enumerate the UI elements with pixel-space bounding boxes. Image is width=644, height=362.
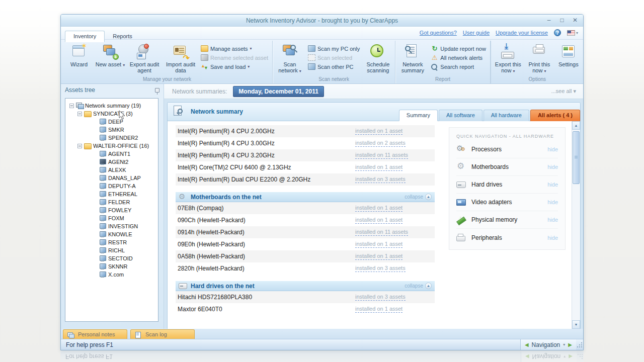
hardware-row: 0A58h (Hewlett-Packard) installed on 1 a… [176, 250, 435, 262]
tree-item[interactable]: SPENDER2 [66, 134, 157, 142]
tree-item[interactable]: AGENt2 [66, 158, 157, 166]
tree-item[interactable]: X.com [66, 270, 157, 279]
installed-on-link[interactable]: installed on 3 assets [355, 265, 406, 272]
summary-date-badge[interactable]: Monday, December 01, 2011 [233, 86, 324, 97]
tree-item[interactable]: SECTOID [66, 254, 157, 262]
tree-item[interactable]: ALEXK [66, 166, 157, 174]
export-audit-agent-button[interactable]: Export audit agent [126, 42, 163, 75]
installed-on-link[interactable]: installed on 1 asset [355, 217, 403, 224]
quick-nav-link[interactable]: Physical memory [471, 216, 517, 223]
tree-item[interactable]: SKNNR [66, 262, 157, 270]
hide-link[interactable]: hide [547, 199, 558, 205]
bottom-tab[interactable]: Personal notes [63, 329, 127, 339]
installed-on-link[interactable]: installed on 11 assets [355, 152, 408, 159]
tree-expander-icon[interactable] [77, 112, 82, 116]
wizard-button[interactable]: ✶ Wizard [64, 42, 94, 75]
tree-item[interactable]: FELDER [66, 198, 157, 206]
import-audit-data-button[interactable]: ↷ Import audit data [164, 42, 198, 75]
vertical-scrollbar[interactable]: ▲ ▼ [572, 121, 580, 329]
collapse-icon[interactable]: ▲ [425, 194, 432, 200]
hide-link[interactable]: hide [547, 235, 558, 241]
installed-on-link[interactable]: installed on 1 asset [355, 306, 403, 313]
quick-nav-link[interactable]: Peripherals [471, 234, 502, 241]
tree-expander-icon[interactable] [77, 144, 82, 148]
installed-on-link[interactable]: installed on 11 assets [355, 229, 408, 236]
tree-item[interactable]: SMKR [66, 126, 157, 134]
tree-item[interactable]: ETHEREAL [66, 190, 157, 198]
nav-back-icon[interactable]: ◀ [525, 342, 529, 347]
scrollbar-thumb[interactable] [573, 131, 580, 184]
installed-on-link[interactable]: installed on 3 assets [355, 176, 406, 183]
installed-on-link[interactable]: installed on 2 assets [355, 140, 406, 147]
hide-link[interactable]: hide [547, 164, 558, 170]
nav-caret-icon[interactable]: ▾ [563, 342, 565, 347]
network-summary-button[interactable]: Network summary [397, 42, 428, 75]
installed-on-link[interactable]: installed on 1 asset [355, 205, 403, 212]
all-network-alerts-button[interactable]: ⚠ All network alerts [429, 54, 488, 61]
report-tab[interactable]: All hardware [484, 110, 529, 121]
close-button[interactable]: ✕ [571, 16, 579, 24]
collapse-motherboards-link[interactable]: collapse ▲ [405, 194, 432, 200]
report-tab[interactable]: All software [439, 110, 482, 121]
settings-button[interactable]: Settings [555, 42, 582, 75]
minimize-button[interactable]: – [545, 16, 553, 24]
nav-forward-icon[interactable]: ▶ [568, 342, 572, 347]
tree-item[interactable]: DANAS_LAP [66, 174, 157, 182]
tree-expander-icon[interactable] [69, 104, 74, 108]
report-tab[interactable]: Summary [399, 110, 438, 121]
tree-item[interactable]: WALTER-OFFICE (16) [66, 142, 157, 150]
collapse-hard-drives-link[interactable]: collapse ▲ [405, 283, 432, 289]
quick-nav-link[interactable]: Hard drives [471, 181, 502, 188]
hide-link[interactable]: hide [547, 182, 558, 188]
hide-link[interactable]: hide [547, 146, 558, 152]
bottom-tab[interactable]: Scan log [130, 329, 195, 339]
scroll-up-icon[interactable]: ▲ [572, 121, 580, 130]
ribbon-tab[interactable]: Reports [105, 31, 140, 42]
export-this-now-button[interactable]: ⤓ Export this now ▾ [493, 42, 523, 75]
header-link[interactable]: Upgrade your license [496, 30, 548, 36]
schedule-scanning-button[interactable]: Schedule scanning [363, 42, 393, 75]
tree-item[interactable]: FOWLEY [66, 206, 157, 214]
language-flag-icon[interactable] [567, 30, 575, 36]
header-link[interactable]: Got questions? [420, 30, 457, 36]
scroll-down-icon[interactable]: ▼ [572, 320, 580, 329]
tree-item[interactable]: INVESTIGN [66, 222, 157, 230]
tree-item[interactable]: RICHL [66, 246, 157, 254]
help-icon[interactable]: ? [554, 29, 561, 36]
scan-my-pc-button[interactable]: Scan my PC only [306, 45, 362, 52]
manage-assets-button[interactable]: Manage assets▾ [199, 45, 270, 52]
print-this-now-button[interactable]: Print this now ▾ [524, 42, 554, 75]
quick-nav-link[interactable]: Processors [471, 146, 502, 153]
tree-item[interactable]: SYNDICATE (3) [66, 110, 157, 118]
save-and-load-button[interactable]: Save and load▾ [199, 63, 270, 70]
resize-grip[interactable] [576, 339, 583, 350]
quick-nav-link[interactable]: Motherboards [471, 163, 509, 170]
pin-icon[interactable] [155, 88, 159, 93]
ribbon-tab[interactable]: Inventory [65, 31, 105, 42]
tree-item[interactable]: DEEP [66, 118, 157, 126]
tree-item[interactable]: RESTR [66, 238, 157, 246]
tree-item[interactable]: Network summary (19) [66, 102, 157, 110]
installed-on-link[interactable]: installed on 1 asset [355, 253, 403, 260]
tree-item[interactable]: DEPUTY-A [66, 182, 157, 190]
update-report-now-button[interactable]: ↻ Update report now [429, 45, 488, 52]
scan-other-pc-button[interactable]: Scan other PC [306, 63, 362, 70]
quick-nav-link[interactable]: Video adapters [471, 199, 512, 206]
installed-on-link[interactable]: installed on 1 asset [355, 164, 403, 171]
hide-link[interactable]: hide [547, 217, 558, 223]
installed-on-link[interactable]: installed on 3 assets [355, 294, 406, 301]
language-caret-icon[interactable]: ▾ [576, 31, 578, 35]
tree-item[interactable]: KNOWLE [66, 230, 157, 238]
report-tab[interactable]: All alerts ( 4 ) [530, 110, 580, 121]
new-asset-button[interactable]: + New asset ▾ [95, 42, 125, 75]
installed-on-link[interactable]: installed on 1 asset [355, 241, 403, 248]
scan-network-button[interactable]: Scan network ▾ [275, 42, 305, 75]
tree-item[interactable]: FOXM [66, 214, 157, 222]
header-link[interactable]: User guide [463, 30, 490, 36]
tree-item[interactable]: AGENT1 [66, 150, 157, 158]
maximize-button[interactable]: □ [558, 16, 566, 24]
installed-on-link[interactable]: installed on 1 asset [355, 128, 403, 135]
search-report-button[interactable]: Search report [429, 63, 488, 70]
collapse-icon[interactable]: ▲ [425, 283, 432, 289]
see-all-link[interactable]: ...see all ▾ [551, 88, 576, 95]
